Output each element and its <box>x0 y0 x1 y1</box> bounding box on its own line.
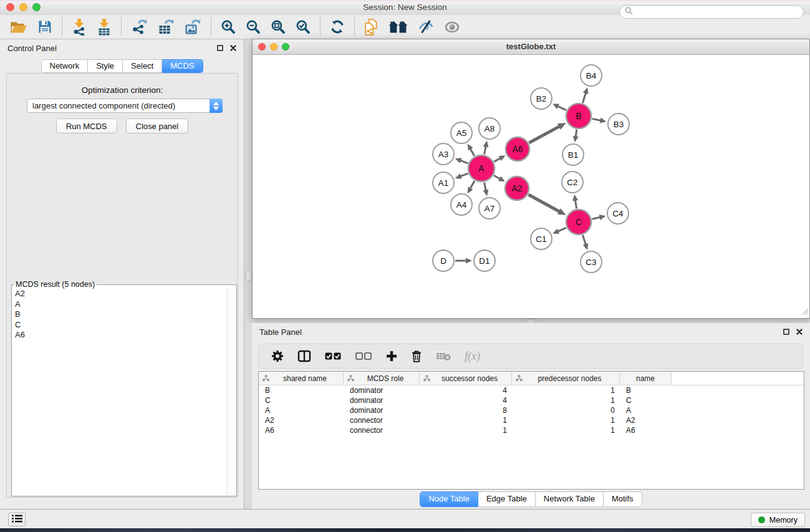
refresh-layout-button[interactable] <box>325 18 350 36</box>
node-A5[interactable]: A5 <box>451 122 472 143</box>
table-tab-network-table[interactable]: Network Table <box>536 491 604 507</box>
node-B3[interactable]: B3 <box>608 114 629 135</box>
edge-B-B4[interactable] <box>582 87 588 103</box>
edge-A-A6[interactable] <box>494 155 505 162</box>
node-B[interactable]: B <box>566 104 591 128</box>
edge-A-A4[interactable] <box>468 181 475 193</box>
node-A4[interactable]: A4 <box>451 194 472 215</box>
edge-D-D1[interactable] <box>455 258 472 264</box>
open-session-button[interactable] <box>5 19 32 35</box>
cell-predecessor-nodes[interactable]: 1 <box>512 386 620 395</box>
edge-C-C1[interactable] <box>552 228 566 234</box>
new-network-from-selection-button[interactable] <box>359 17 383 37</box>
edge-A-A8[interactable] <box>483 141 489 155</box>
table-row[interactable]: Adominator80A <box>259 405 804 415</box>
table-float-panel-icon[interactable] <box>783 329 789 335</box>
zoom-window-icon[interactable] <box>32 3 41 11</box>
node-D[interactable]: D <box>433 250 454 271</box>
column-header-MCDS-role[interactable]: MCDS role <box>344 372 420 385</box>
network-window-titlebar[interactable]: testGlobe.txt <box>253 39 809 55</box>
node-B2[interactable]: B2 <box>531 88 552 109</box>
cell-successor-nodes[interactable]: 1 <box>420 416 512 425</box>
edge-A-A1[interactable] <box>455 173 468 179</box>
cell-MCDS-role[interactable]: dominator <box>344 396 420 405</box>
tab-network[interactable]: Network <box>41 59 88 73</box>
column-header-predecessor-nodes[interactable]: predecessor nodes <box>512 372 620 385</box>
mcds-result-item[interactable]: A2 <box>13 289 226 299</box>
network-close-icon[interactable] <box>258 43 266 51</box>
resize-grip-icon[interactable] <box>801 306 809 317</box>
delete-column-button[interactable] <box>404 344 429 368</box>
tab-select[interactable]: Select <box>123 59 162 73</box>
cell-name[interactable]: C <box>620 396 672 405</box>
cell-successor-nodes[interactable]: 4 <box>420 396 512 405</box>
cell-shared-name[interactable]: A <box>259 406 344 415</box>
cell-name[interactable]: A6 <box>620 426 672 435</box>
edge-A-A3[interactable] <box>455 158 468 163</box>
node-A[interactable]: A <box>468 155 494 181</box>
hide-selected-button[interactable] <box>413 18 439 36</box>
import-network-button[interactable] <box>67 17 92 37</box>
cell-successor-nodes[interactable]: 4 <box>420 386 512 395</box>
cell-predecessor-nodes[interactable]: 1 <box>512 416 620 425</box>
node-A6[interactable]: A6 <box>506 137 529 161</box>
zoom-fit-button[interactable] <box>266 18 291 36</box>
edge-B-B1[interactable] <box>573 130 579 142</box>
node-A7[interactable]: A7 <box>479 198 500 219</box>
table-tab-node-table[interactable]: Node Table <box>420 491 478 507</box>
table-row[interactable]: A2connector11A2 <box>259 415 804 425</box>
cell-predecessor-nodes[interactable]: 1 <box>512 396 620 405</box>
node-A3[interactable]: A3 <box>433 143 454 165</box>
table-tab-motifs[interactable]: Motifs <box>604 491 642 507</box>
close-panel-button[interactable]: Close panel <box>126 118 189 133</box>
node-D1[interactable]: D1 <box>474 250 495 271</box>
first-neighbors-button[interactable] <box>383 19 413 35</box>
column-header-shared-name[interactable]: shared name <box>259 372 344 385</box>
minimize-window-icon[interactable] <box>19 3 27 11</box>
deselect-all-columns-button[interactable] <box>349 344 379 368</box>
tab-mcds[interactable]: MCDS <box>162 59 203 73</box>
column-header-name[interactable]: name <box>620 372 672 385</box>
cell-name[interactable]: A <box>620 406 672 415</box>
node-C3[interactable]: C3 <box>581 251 602 273</box>
cell-successor-nodes[interactable]: 8 <box>420 406 512 415</box>
import-table-button[interactable] <box>92 17 117 37</box>
float-panel-icon[interactable] <box>217 45 223 51</box>
zoom-selected-button[interactable] <box>291 18 316 36</box>
task-history-button[interactable] <box>8 513 26 526</box>
cell-successor-nodes[interactable]: 1 <box>420 426 512 435</box>
edge-A6-B[interactable] <box>529 123 566 143</box>
mcds-result-item[interactable]: C <box>13 320 226 331</box>
node-C[interactable]: C <box>566 210 591 235</box>
memory-button[interactable]: Memory <box>751 513 805 527</box>
run-mcds-button[interactable]: Run MCDS <box>56 118 117 133</box>
zoom-out-button[interactable] <box>241 18 266 36</box>
export-network-button[interactable] <box>126 17 153 36</box>
close-panel-icon[interactable] <box>230 45 236 51</box>
split-columns-button[interactable] <box>291 344 318 368</box>
cell-MCDS-role[interactable]: connector <box>344 426 420 435</box>
edge-C-C2[interactable] <box>572 195 578 209</box>
node-C1[interactable]: C1 <box>531 228 552 249</box>
edge-C-C3[interactable] <box>583 235 589 250</box>
edge-C-C4[interactable] <box>592 215 605 220</box>
add-column-button[interactable] <box>379 344 404 368</box>
edge-A2-C[interactable] <box>528 195 566 215</box>
select-all-columns-button[interactable] <box>318 344 349 368</box>
table-row[interactable]: Cdominator41C <box>259 395 804 405</box>
column-header-successor-nodes[interactable]: successor nodes <box>420 372 512 385</box>
save-session-button[interactable] <box>32 18 57 36</box>
cell-shared-name[interactable]: A6 <box>259 426 344 435</box>
node-A8[interactable]: A8 <box>479 118 500 139</box>
close-window-icon[interactable] <box>6 3 14 11</box>
network-zoom-icon[interactable] <box>282 43 289 51</box>
node-C4[interactable]: C4 <box>607 203 629 224</box>
table-row[interactable]: Bdominator41B <box>259 385 804 395</box>
mcds-result-item[interactable]: A6 <box>13 330 226 341</box>
cell-name[interactable]: A2 <box>620 416 672 425</box>
edge-A-A2[interactable] <box>494 175 505 181</box>
cell-MCDS-role[interactable]: dominator <box>344 406 420 415</box>
cell-predecessor-nodes[interactable]: 1 <box>512 426 620 435</box>
show-all-button[interactable] <box>439 19 465 35</box>
search-box[interactable] <box>619 5 804 19</box>
